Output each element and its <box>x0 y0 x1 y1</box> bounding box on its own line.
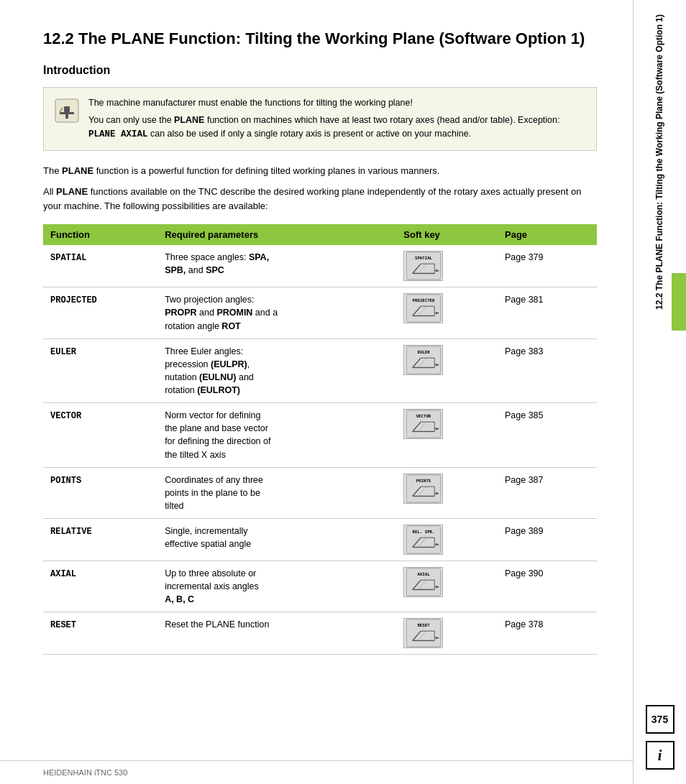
table-cell-params: Two projection angles:PROPR and PROMIN a… <box>157 287 396 338</box>
svg-text:POINTS: POINTS <box>416 479 431 483</box>
table-cell-softkey: SPATIAL <box>396 245 498 287</box>
notice-box: The machine manufacturer must enable the… <box>43 87 597 151</box>
function-table: Function Required parameters Soft key Pa… <box>43 224 597 655</box>
table-cell-params: Reset the PLANE function <box>157 612 396 655</box>
table-cell-page: Page 378 <box>498 612 597 655</box>
table-cell-function: RESET <box>43 612 157 655</box>
plane-axial-bold: PLANE AXIAL <box>88 129 148 139</box>
footer-brand: HEIDENHAIN iTNC 530 <box>43 768 127 777</box>
svg-rect-3 <box>65 114 68 119</box>
svg-rect-2 <box>64 106 70 112</box>
notice-line1: The machine manufacturer must enable the… <box>88 96 586 110</box>
svg-text:PROJECTED: PROJECTED <box>412 299 434 303</box>
sidebar-green-bar <box>672 273 686 331</box>
table-row: PROJECTEDTwo projection angles:PROPR and… <box>43 287 597 338</box>
table-cell-softkey: VECTOR <box>396 403 498 468</box>
table-cell-page: Page 385 <box>498 403 597 468</box>
col-page: Page <box>498 224 597 245</box>
table-cell-function: POINTS <box>43 467 157 518</box>
intro-para-1: The PLANE function is a powerful functio… <box>43 164 597 178</box>
table-cell-function: PROJECTED <box>43 287 157 338</box>
sidebar-bottom: 375 i <box>646 705 674 770</box>
footer: HEIDENHAIN iTNC 530 <box>0 760 633 784</box>
table-cell-params: Three space angles: SPA,SPB, and SPC <box>157 245 396 287</box>
table-cell-softkey: RESET <box>396 612 498 655</box>
svg-text:AXIAL: AXIAL <box>417 573 430 577</box>
table-cell-softkey: AXIAL <box>396 561 498 612</box>
table-cell-function: RELATIVE <box>43 519 157 561</box>
table-cell-page: Page 389 <box>498 519 597 561</box>
table-row: EULERThree Euler angles:precession (EULP… <box>43 338 597 403</box>
table-cell-softkey: REL. SPR. <box>396 519 498 561</box>
table-cell-params: Up to three absolute orincremental axis … <box>157 561 396 612</box>
col-params: Required parameters <box>157 224 396 245</box>
table-cell-page: Page 379 <box>498 245 597 287</box>
svg-text:VECTOR: VECTOR <box>416 415 431 419</box>
table: Function Required parameters Soft key Pa… <box>43 224 597 655</box>
table-cell-params: Three Euler angles:precession (EULPR),nu… <box>157 338 396 403</box>
table-cell-params: Single, incrementallyeffective spatial a… <box>157 519 396 561</box>
svg-rect-1 <box>60 112 74 114</box>
table-cell-softkey: PROJECTED <box>396 287 498 338</box>
col-function: Function <box>43 224 157 245</box>
intro-para-2: All PLANE functions available on the TNC… <box>43 185 597 213</box>
table-cell-function: EULER <box>43 338 157 403</box>
svg-text:EULER: EULER <box>417 350 430 354</box>
table-cell-softkey: EULER <box>396 338 498 403</box>
svg-text:SPATIAL: SPATIAL <box>415 257 433 261</box>
table-row: SPATIALThree space angles: SPA,SPB, and … <box>43 245 597 287</box>
sidebar-chapter-title: 12.2 The PLANE Function: Tilting the Wor… <box>654 14 666 310</box>
table-header-row: Function Required parameters Soft key Pa… <box>43 224 597 245</box>
plane-bold-1: PLANE <box>174 115 204 125</box>
info-icon: i <box>646 741 674 770</box>
notice-text: The machine manufacturer must enable the… <box>88 96 586 142</box>
table-row: VECTORNorm vector for definingthe plane … <box>43 403 597 468</box>
table-row: RELATIVESingle, incrementallyeffective s… <box>43 519 597 561</box>
chapter-title-text: The PLANE Function: Tilting the Working … <box>78 29 585 47</box>
table-cell-params: Norm vector for definingthe plane and ba… <box>157 403 396 468</box>
col-softkey: Soft key <box>396 224 498 245</box>
sidebar: 12.2 The PLANE Function: Tilting the Wor… <box>633 0 686 784</box>
svg-text:REL. SPR.: REL. SPR. <box>412 530 434 535</box>
chapter-number: 12.2 <box>43 29 74 47</box>
table-row: RESETReset the PLANE function RESET Page… <box>43 612 597 655</box>
section-heading: Introduction <box>43 64 597 77</box>
table-cell-params: Coordinates of any threepoints in the pl… <box>157 467 396 518</box>
table-cell-page: Page 381 <box>498 287 597 338</box>
notice-icon <box>54 98 80 124</box>
table-cell-function: SPATIAL <box>43 245 157 287</box>
svg-text:RESET: RESET <box>417 624 430 628</box>
table-row: POINTSCoordinates of any threepoints in … <box>43 467 597 518</box>
table-cell-page: Page 383 <box>498 338 597 403</box>
table-cell-function: AXIAL <box>43 561 157 612</box>
table-cell-softkey: POINTS <box>396 467 498 518</box>
table-cell-page: Page 387 <box>498 467 597 518</box>
page-number: 375 <box>646 705 674 734</box>
chapter-title: 12.2 The PLANE Function: Tilting the Wor… <box>43 29 597 50</box>
notice-line2: You can only use the PLANE function on m… <box>88 114 586 142</box>
table-cell-page: Page 390 <box>498 561 597 612</box>
main-content: 12.2 The PLANE Function: Tilting the Wor… <box>0 0 633 784</box>
table-row: AXIALUp to three absolute orincremental … <box>43 561 597 612</box>
table-cell-function: VECTOR <box>43 403 157 468</box>
